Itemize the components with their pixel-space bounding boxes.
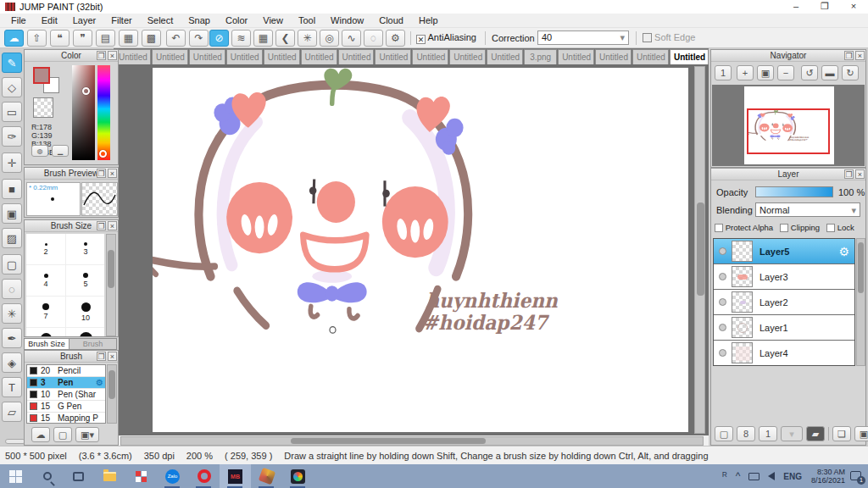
close-icon[interactable]: × <box>108 352 117 361</box>
people-icon[interactable]: ᴿ <box>722 470 726 482</box>
redo-button[interactable]: ↷ <box>189 30 209 47</box>
close-icon[interactable]: × <box>855 169 865 179</box>
antialiasing-checkbox[interactable]: ✕ AntiAliasing <box>416 32 476 44</box>
popup-icon[interactable]: ❐ <box>844 51 854 60</box>
colorful-app-button[interactable] <box>282 464 314 488</box>
task-view-button[interactable] <box>63 464 94 488</box>
brush-item-pencil[interactable]: 20Pencil <box>27 365 105 377</box>
soft-edge-checkbox[interactable]: Soft Edge <box>643 32 695 42</box>
brush-item-pen-sharp[interactable]: 10Pen (Shar <box>27 389 105 401</box>
menu-cloud[interactable]: Cloud <box>371 15 411 25</box>
tab-untitled[interactable]: Untitled <box>114 49 151 64</box>
move-tool[interactable]: ✛ <box>2 152 22 173</box>
tab-3png[interactable]: 3.png <box>524 49 557 64</box>
menu-color[interactable]: Color <box>218 15 255 25</box>
select-pen-tool[interactable]: ✒ <box>2 328 22 348</box>
visibility-toggle[interactable] <box>719 273 726 280</box>
foreground-color-swatch[interactable] <box>33 67 50 84</box>
color-wheel-button[interactable]: ◍ <box>31 145 48 157</box>
add-layer-button[interactable]: ▢ <box>715 426 733 441</box>
brush-size-2[interactable]: 2 <box>26 234 65 264</box>
tab-untitled[interactable]: Untitled <box>412 49 448 64</box>
minimize-button[interactable]: – <box>782 0 810 14</box>
tab-untitled[interactable]: Untitled <box>632 49 669 64</box>
menu-layer[interactable]: Layer <box>65 15 104 25</box>
magic-wand-tool[interactable]: ✳ <box>2 303 22 324</box>
nav-rotate-reset-button[interactable]: ▬ <box>821 65 838 80</box>
select-move-tool[interactable]: ■ <box>2 179 22 199</box>
comic-panel-button[interactable]: ▩ <box>142 30 161 47</box>
popup-icon[interactable]: ❐ <box>97 169 106 178</box>
start-button[interactable] <box>0 464 31 488</box>
visibility-toggle[interactable] <box>719 247 726 255</box>
brush-item-gpen[interactable]: 15G Pen <box>27 401 105 413</box>
popup-icon[interactable]: ❐ <box>97 352 106 361</box>
brush-size-3[interactable]: 3 <box>66 234 104 264</box>
tab-untitled[interactable]: Untitled <box>152 49 188 64</box>
control-point-tool[interactable]: ✑ <box>2 126 22 147</box>
brush-cloud-button[interactable]: ☁ <box>31 427 50 442</box>
visibility-toggle[interactable] <box>719 298 726 306</box>
menu-window[interactable]: Window <box>323 15 371 25</box>
saturation-value-picker[interactable] <box>72 65 95 160</box>
tab-untitled[interactable]: Untitled <box>338 49 375 64</box>
brush-size-5[interactable]: 5 <box>66 265 104 296</box>
hue-cursor[interactable] <box>99 150 107 158</box>
brush-size-scrollbar[interactable] <box>106 234 116 336</box>
snap-grid-button[interactable]: ▦ <box>253 30 273 47</box>
menu-snap[interactable]: Snap <box>181 15 218 25</box>
menu-file[interactable]: File <box>3 15 34 25</box>
tab-brush-control[interactable]: Brush Control <box>70 338 117 350</box>
snap-vanishing-button[interactable]: ❮ <box>275 30 295 47</box>
close-icon[interactable]: × <box>108 51 117 60</box>
visibility-toggle[interactable] <box>719 324 726 331</box>
nav-zoom-in-button[interactable]: + <box>737 65 754 80</box>
visibility-toggle[interactable] <box>719 349 726 357</box>
figure-tool[interactable]: ▭ <box>2 102 22 122</box>
restore-button[interactable]: ❐ <box>810 0 839 14</box>
tab-untitled[interactable]: Untitled <box>301 49 337 64</box>
snap-guide-button[interactable]: ◌ <box>364 30 383 47</box>
tab-untitled[interactable]: Untitled <box>264 49 300 64</box>
canvas-horizontal-scrollbar[interactable] <box>120 436 704 446</box>
transparent-color-swatch[interactable] <box>33 97 53 118</box>
nav-rotate-ccw-button[interactable]: ↺ <box>801 65 818 80</box>
brush-settings-gear-icon[interactable]: ⚙ <box>96 378 103 387</box>
brush-size-20[interactable]: 20 <box>66 328 104 336</box>
tiles-app-button[interactable] <box>125 464 157 488</box>
snap-settings-button[interactable]: ⚙ <box>386 30 405 47</box>
add-brush-button[interactable]: ▢ <box>53 427 72 442</box>
layer-list-scrollbar[interactable] <box>856 238 865 366</box>
correction-dropdown[interactable]: 40 ▾ <box>537 30 629 45</box>
lock-checkbox[interactable]: Lock <box>826 223 854 232</box>
sv-cursor[interactable] <box>82 87 90 95</box>
add-1bit-layer-button[interactable]: 1 <box>759 426 777 441</box>
canvas-vertical-scrollbar[interactable] <box>694 66 705 434</box>
close-icon[interactable]: × <box>855 51 865 60</box>
snap-concentric-button[interactable]: ◎ <box>320 30 339 47</box>
merge-layer-button[interactable]: ▣ <box>854 426 868 441</box>
nav-zoom-reset-button[interactable]: 1 <box>715 65 732 80</box>
menu-select[interactable]: Select <box>140 15 181 25</box>
menu-filter[interactable]: Filter <box>103 15 139 25</box>
tab-untitled[interactable]: Untitled <box>226 49 263 64</box>
snap-off-button[interactable]: ⊘ <box>209 30 229 47</box>
brush-size-15[interactable]: 15 <box>26 328 65 336</box>
layer-row-layer1[interactable]: Layer1 <box>714 315 854 341</box>
left-resize-handle[interactable] <box>5 439 25 444</box>
close-button[interactable]: × <box>839 0 868 14</box>
select-rect-tool[interactable]: ▢ <box>2 254 22 274</box>
menu-help[interactable]: Help <box>411 15 446 25</box>
layer-row-layer3[interactable]: Layer3 <box>714 264 854 290</box>
paint-app-button[interactable] <box>251 464 282 488</box>
hue-slider[interactable] <box>97 65 110 160</box>
document-button[interactable]: ▤ <box>96 30 115 47</box>
select-eraser-tool[interactable]: ◈ <box>2 352 22 373</box>
brush-list-scrollbar[interactable] <box>107 364 117 424</box>
protect-alpha-checkbox[interactable]: Protect Alpha <box>715 223 773 232</box>
lasso-tool[interactable]: ◌ <box>2 279 22 299</box>
volume-icon[interactable] <box>768 472 775 480</box>
color-slider-button[interactable]: ▁ <box>52 145 69 157</box>
navigator-page[interactable] <box>744 86 834 164</box>
file-explorer-button[interactable] <box>94 464 125 488</box>
